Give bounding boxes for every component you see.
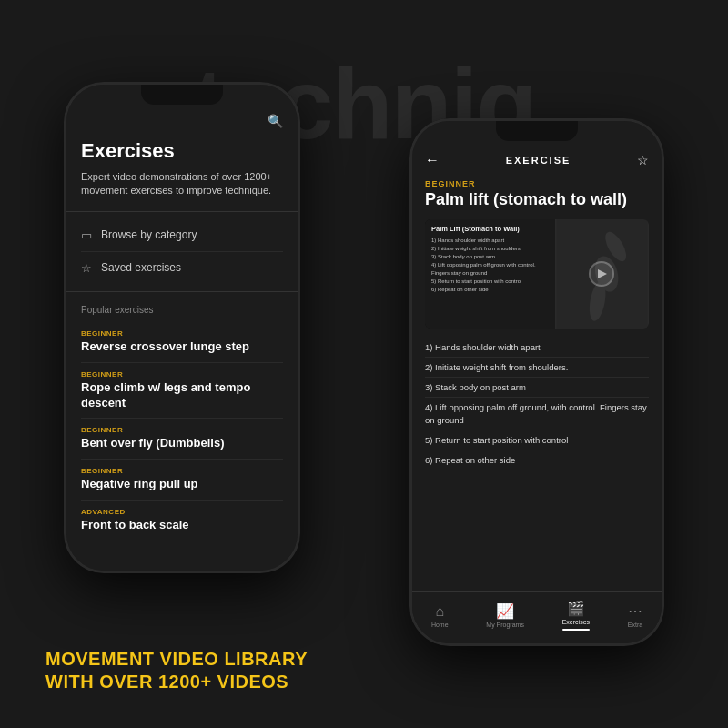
- exercise-main-title: Palm lift (stomach to wall): [425, 190, 649, 210]
- nav-home-label: Home: [431, 622, 449, 628]
- right-header: ← EXERCISE ☆: [412, 147, 662, 174]
- phone-right-screen: ← EXERCISE ☆ BEGINNER Palm lift (stomach…: [412, 121, 662, 643]
- caption: MOVEMENT VIDEO LIBRARY WITH OVER 1200+ V…: [46, 648, 308, 693]
- search-icon[interactable]: 🔍: [268, 114, 283, 128]
- phones-container: 🔍 Exercises Expert video demonstrations …: [46, 46, 682, 664]
- exercise-header-title: EXERCISE: [506, 155, 571, 166]
- video-step-6: 6) Repeat on other side: [431, 286, 549, 294]
- nav-extra[interactable]: ⋯ Extra: [628, 602, 642, 628]
- exercises-title: Exercises: [81, 139, 283, 163]
- phone-right: ← EXERCISE ☆ BEGINNER Palm lift (stomach…: [410, 118, 664, 646]
- instruction-4: 4) Lift opposing palm off ground, with c…: [425, 398, 649, 430]
- phone-left-notch: [141, 85, 223, 105]
- folder-icon: ▭: [81, 228, 92, 242]
- left-status-bar: 🔍: [66, 110, 298, 132]
- video-step-2: 2) Initiate weight shift from shoulders.: [431, 245, 549, 253]
- phone-right-inner: ← EXERCISE ☆ BEGINNER Palm lift (stomach…: [410, 118, 664, 646]
- browse-category-label: Browse by category: [101, 228, 197, 241]
- exercises-description: Expert video demonstrations of over 1200…: [81, 170, 283, 198]
- popular-section: Popular exercises BEGINNER Reverse cross…: [66, 296, 298, 541]
- phone-left-screen: 🔍 Exercises Expert video demonstrations …: [66, 85, 298, 571]
- exercise-level-5: ADVANCED: [81, 508, 283, 516]
- caption-line1: MOVEMENT VIDEO LIBRARY: [46, 648, 308, 671]
- video-step-4: 4) Lift opposing palm off groun with con…: [431, 261, 549, 278]
- video-thumbnail[interactable]: [555, 219, 649, 329]
- exercise-name-1: Reverse crossover lunge step: [81, 339, 283, 355]
- instruction-3: 3) Stack body on post arm: [425, 378, 649, 398]
- extra-icon: ⋯: [628, 602, 642, 620]
- exercise-level-badge: BEGINNER: [425, 179, 649, 188]
- nav-programs[interactable]: 📈 My Programs: [486, 602, 524, 628]
- nav-extra-label: Extra: [628, 622, 642, 628]
- exercise-item-4[interactable]: BEGINNER Negative ring pull up: [81, 460, 283, 500]
- favorite-icon[interactable]: ☆: [637, 153, 649, 167]
- menu-items: ▭ Browse by category ☆ Saved exercises: [66, 211, 298, 292]
- popular-label: Popular exercises: [81, 305, 283, 315]
- star-outline-icon: ☆: [81, 261, 92, 275]
- scene: techniq 🔍 Exercises Expert video demonst…: [18, 18, 710, 710]
- bottom-nav: ⌂ Home 📈 My Programs 🎬 Exercises: [412, 592, 662, 643]
- exercises-icon: 🎬: [567, 600, 585, 617]
- phone-right-notch: [496, 121, 578, 141]
- instruction-5: 5) Return to start position with control: [425, 430, 649, 450]
- right-content: BEGINNER Palm lift (stomach to wall) Pal…: [412, 174, 662, 592]
- video-container[interactable]: Palm Lift (Stomach to Wall) 1) Hands sho…: [425, 219, 649, 329]
- nav-exercises[interactable]: 🎬 Exercises: [562, 600, 590, 631]
- instruction-6: 6) Repeat on other side: [425, 450, 649, 470]
- video-step-5: 5) Return to start position with control: [431, 278, 549, 286]
- instructions-list: 1) Hands shoulder width apart 2) Initiat…: [425, 338, 649, 470]
- instruction-2: 2) Initiate weight shift from shoulders.: [425, 358, 649, 378]
- video-step-1: 1) Hands shoulder width apart: [431, 237, 549, 245]
- phone-left: 🔍 Exercises Expert video demonstrations …: [64, 82, 300, 573]
- exercise-item-1[interactable]: BEGINNER Reverse crossover lunge step: [81, 322, 283, 363]
- instruction-1: 1) Hands shoulder width apart: [425, 338, 649, 358]
- saved-exercises-item[interactable]: ☆ Saved exercises: [81, 251, 283, 284]
- exercise-name-5: Front to back scale: [81, 518, 283, 533]
- video-text-panel: Palm Lift (Stomach to Wall) 1) Hands sho…: [425, 219, 555, 329]
- exercise-level-4: BEGINNER: [81, 467, 283, 475]
- exercise-level-1: BEGINNER: [81, 329, 283, 338]
- athlete-silhouette: [555, 219, 649, 329]
- programs-icon: 📈: [496, 602, 514, 620]
- exercise-name-2: Rope climb w/ legs and tempo descent: [81, 380, 283, 411]
- exercise-name-3: Bent over fly (Dumbbells): [81, 436, 283, 451]
- phone-left-inner: 🔍 Exercises Expert video demonstrations …: [64, 82, 300, 573]
- browse-category-item[interactable]: ▭ Browse by category: [81, 219, 283, 251]
- exercise-level-3: BEGINNER: [81, 426, 283, 434]
- video-title: Palm Lift (Stomach to Wall): [431, 225, 549, 233]
- video-step-3: 3) Stack body on post arm: [431, 253, 549, 261]
- nav-exercises-label: Exercises: [562, 619, 590, 625]
- caption-line2: WITH OVER 1200+ VIDEOS: [46, 671, 308, 693]
- exercise-name-4: Negative ring pull up: [81, 477, 283, 492]
- exercise-level-2: BEGINNER: [81, 370, 283, 379]
- nav-programs-label: My Programs: [486, 622, 524, 628]
- exercise-item-2[interactable]: BEGINNER Rope climb w/ legs and tempo de…: [81, 363, 283, 420]
- saved-exercises-label: Saved exercises: [101, 261, 181, 274]
- nav-home[interactable]: ⌂ Home: [431, 603, 449, 628]
- nav-active-indicator: [562, 629, 590, 631]
- exercise-item-3[interactable]: BEGINNER Bent over fly (Dumbbells): [81, 419, 283, 460]
- exercise-item-5[interactable]: ADVANCED Front to back scale: [81, 500, 283, 541]
- home-icon: ⌂: [435, 603, 444, 620]
- back-button[interactable]: ←: [425, 152, 440, 168]
- left-header: Exercises Expert video demonstrations of…: [66, 132, 298, 207]
